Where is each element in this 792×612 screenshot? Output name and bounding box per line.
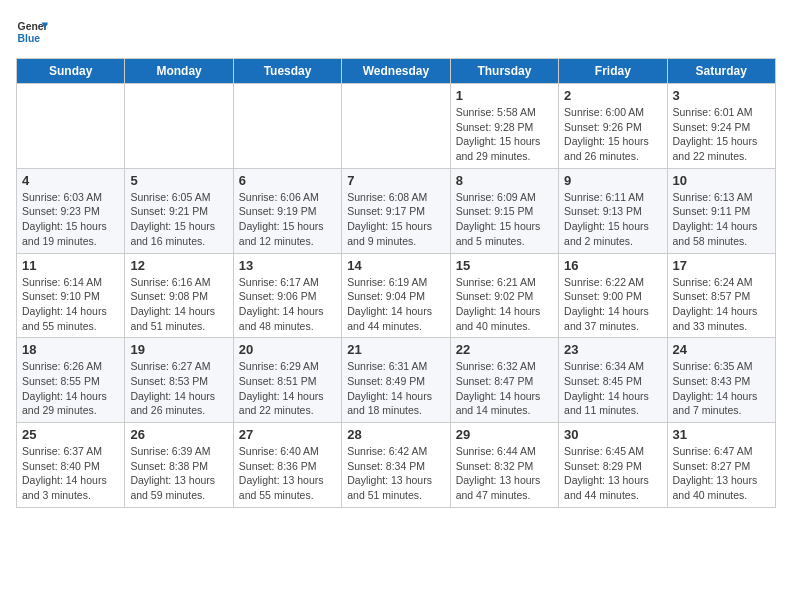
day-number: 14: [347, 258, 444, 273]
day-detail: Sunrise: 6:44 AMSunset: 8:32 PMDaylight:…: [456, 444, 553, 503]
calendar-day-cell: 22Sunrise: 6:32 AMSunset: 8:47 PMDayligh…: [450, 338, 558, 423]
day-detail: Sunrise: 6:27 AMSunset: 8:53 PMDaylight:…: [130, 359, 227, 418]
calendar-day-header: Sunday: [17, 59, 125, 84]
day-detail: Sunrise: 6:34 AMSunset: 8:45 PMDaylight:…: [564, 359, 661, 418]
calendar-day-cell: 25Sunrise: 6:37 AMSunset: 8:40 PMDayligh…: [17, 423, 125, 508]
calendar-day-cell: [125, 84, 233, 169]
calendar-day-cell: 21Sunrise: 6:31 AMSunset: 8:49 PMDayligh…: [342, 338, 450, 423]
day-detail: Sunrise: 6:03 AMSunset: 9:23 PMDaylight:…: [22, 190, 119, 249]
day-detail: Sunrise: 6:31 AMSunset: 8:49 PMDaylight:…: [347, 359, 444, 418]
day-detail: Sunrise: 6:24 AMSunset: 8:57 PMDaylight:…: [673, 275, 770, 334]
day-number: 23: [564, 342, 661, 357]
calendar-day-cell: 11Sunrise: 6:14 AMSunset: 9:10 PMDayligh…: [17, 253, 125, 338]
day-number: 30: [564, 427, 661, 442]
day-detail: Sunrise: 6:32 AMSunset: 8:47 PMDaylight:…: [456, 359, 553, 418]
calendar-day-cell: 26Sunrise: 6:39 AMSunset: 8:38 PMDayligh…: [125, 423, 233, 508]
calendar-table: SundayMondayTuesdayWednesdayThursdayFrid…: [16, 58, 776, 508]
day-number: 21: [347, 342, 444, 357]
calendar-week-row: 4Sunrise: 6:03 AMSunset: 9:23 PMDaylight…: [17, 168, 776, 253]
calendar-day-cell: 12Sunrise: 6:16 AMSunset: 9:08 PMDayligh…: [125, 253, 233, 338]
calendar-day-cell: 2Sunrise: 6:00 AMSunset: 9:26 PMDaylight…: [559, 84, 667, 169]
day-detail: Sunrise: 6:42 AMSunset: 8:34 PMDaylight:…: [347, 444, 444, 503]
day-detail: Sunrise: 6:37 AMSunset: 8:40 PMDaylight:…: [22, 444, 119, 503]
day-number: 16: [564, 258, 661, 273]
day-number: 8: [456, 173, 553, 188]
day-detail: Sunrise: 6:01 AMSunset: 9:24 PMDaylight:…: [673, 105, 770, 164]
calendar-week-row: 1Sunrise: 5:58 AMSunset: 9:28 PMDaylight…: [17, 84, 776, 169]
day-detail: Sunrise: 6:05 AMSunset: 9:21 PMDaylight:…: [130, 190, 227, 249]
day-detail: Sunrise: 6:13 AMSunset: 9:11 PMDaylight:…: [673, 190, 770, 249]
calendar-day-header: Monday: [125, 59, 233, 84]
day-detail: Sunrise: 6:26 AMSunset: 8:55 PMDaylight:…: [22, 359, 119, 418]
calendar-day-cell: 9Sunrise: 6:11 AMSunset: 9:13 PMDaylight…: [559, 168, 667, 253]
day-number: 26: [130, 427, 227, 442]
day-number: 15: [456, 258, 553, 273]
day-number: 3: [673, 88, 770, 103]
calendar-day-cell: 16Sunrise: 6:22 AMSunset: 9:00 PMDayligh…: [559, 253, 667, 338]
calendar-day-cell: 3Sunrise: 6:01 AMSunset: 9:24 PMDaylight…: [667, 84, 775, 169]
day-number: 4: [22, 173, 119, 188]
svg-text:Blue: Blue: [18, 33, 41, 44]
day-number: 5: [130, 173, 227, 188]
logo: General Blue: [16, 16, 48, 48]
day-number: 12: [130, 258, 227, 273]
day-number: 6: [239, 173, 336, 188]
calendar-day-cell: 19Sunrise: 6:27 AMSunset: 8:53 PMDayligh…: [125, 338, 233, 423]
day-detail: Sunrise: 6:29 AMSunset: 8:51 PMDaylight:…: [239, 359, 336, 418]
calendar-header-row: SundayMondayTuesdayWednesdayThursdayFrid…: [17, 59, 776, 84]
calendar-day-cell: [342, 84, 450, 169]
day-number: 7: [347, 173, 444, 188]
day-number: 1: [456, 88, 553, 103]
calendar-day-cell: 4Sunrise: 6:03 AMSunset: 9:23 PMDaylight…: [17, 168, 125, 253]
calendar-day-cell: 29Sunrise: 6:44 AMSunset: 8:32 PMDayligh…: [450, 423, 558, 508]
day-detail: Sunrise: 6:16 AMSunset: 9:08 PMDaylight:…: [130, 275, 227, 334]
calendar-day-cell: [17, 84, 125, 169]
day-number: 28: [347, 427, 444, 442]
calendar-day-cell: 31Sunrise: 6:47 AMSunset: 8:27 PMDayligh…: [667, 423, 775, 508]
calendar-day-cell: 28Sunrise: 6:42 AMSunset: 8:34 PMDayligh…: [342, 423, 450, 508]
day-number: 19: [130, 342, 227, 357]
day-detail: Sunrise: 5:58 AMSunset: 9:28 PMDaylight:…: [456, 105, 553, 164]
day-number: 2: [564, 88, 661, 103]
calendar-day-cell: 14Sunrise: 6:19 AMSunset: 9:04 PMDayligh…: [342, 253, 450, 338]
calendar-day-cell: 6Sunrise: 6:06 AMSunset: 9:19 PMDaylight…: [233, 168, 341, 253]
day-detail: Sunrise: 6:14 AMSunset: 9:10 PMDaylight:…: [22, 275, 119, 334]
calendar-day-cell: 30Sunrise: 6:45 AMSunset: 8:29 PMDayligh…: [559, 423, 667, 508]
calendar-day-cell: 27Sunrise: 6:40 AMSunset: 8:36 PMDayligh…: [233, 423, 341, 508]
calendar-day-cell: 13Sunrise: 6:17 AMSunset: 9:06 PMDayligh…: [233, 253, 341, 338]
day-number: 24: [673, 342, 770, 357]
day-number: 25: [22, 427, 119, 442]
day-detail: Sunrise: 6:21 AMSunset: 9:02 PMDaylight:…: [456, 275, 553, 334]
calendar-day-cell: [233, 84, 341, 169]
calendar-day-cell: 5Sunrise: 6:05 AMSunset: 9:21 PMDaylight…: [125, 168, 233, 253]
calendar-day-cell: 18Sunrise: 6:26 AMSunset: 8:55 PMDayligh…: [17, 338, 125, 423]
day-detail: Sunrise: 6:22 AMSunset: 9:00 PMDaylight:…: [564, 275, 661, 334]
calendar-day-cell: 23Sunrise: 6:34 AMSunset: 8:45 PMDayligh…: [559, 338, 667, 423]
day-detail: Sunrise: 6:40 AMSunset: 8:36 PMDaylight:…: [239, 444, 336, 503]
day-number: 22: [456, 342, 553, 357]
calendar-week-row: 25Sunrise: 6:37 AMSunset: 8:40 PMDayligh…: [17, 423, 776, 508]
day-detail: Sunrise: 6:11 AMSunset: 9:13 PMDaylight:…: [564, 190, 661, 249]
calendar-day-cell: 7Sunrise: 6:08 AMSunset: 9:17 PMDaylight…: [342, 168, 450, 253]
day-detail: Sunrise: 6:00 AMSunset: 9:26 PMDaylight:…: [564, 105, 661, 164]
calendar-body: 1Sunrise: 5:58 AMSunset: 9:28 PMDaylight…: [17, 84, 776, 508]
calendar-day-cell: 24Sunrise: 6:35 AMSunset: 8:43 PMDayligh…: [667, 338, 775, 423]
day-detail: Sunrise: 6:39 AMSunset: 8:38 PMDaylight:…: [130, 444, 227, 503]
calendar-day-header: Saturday: [667, 59, 775, 84]
day-number: 27: [239, 427, 336, 442]
day-number: 9: [564, 173, 661, 188]
day-number: 18: [22, 342, 119, 357]
calendar-day-header: Wednesday: [342, 59, 450, 84]
calendar-day-cell: 20Sunrise: 6:29 AMSunset: 8:51 PMDayligh…: [233, 338, 341, 423]
day-number: 11: [22, 258, 119, 273]
calendar-day-header: Tuesday: [233, 59, 341, 84]
day-number: 17: [673, 258, 770, 273]
day-detail: Sunrise: 6:19 AMSunset: 9:04 PMDaylight:…: [347, 275, 444, 334]
day-detail: Sunrise: 6:09 AMSunset: 9:15 PMDaylight:…: [456, 190, 553, 249]
day-number: 13: [239, 258, 336, 273]
day-number: 10: [673, 173, 770, 188]
page-header: General Blue: [16, 16, 776, 48]
calendar-day-header: Friday: [559, 59, 667, 84]
day-detail: Sunrise: 6:08 AMSunset: 9:17 PMDaylight:…: [347, 190, 444, 249]
calendar-week-row: 11Sunrise: 6:14 AMSunset: 9:10 PMDayligh…: [17, 253, 776, 338]
